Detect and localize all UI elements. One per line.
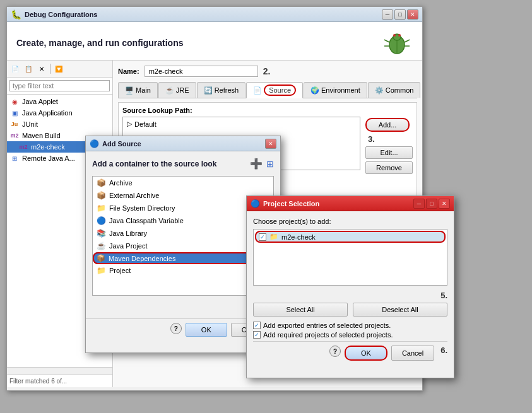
name-input[interactable] <box>145 66 258 77</box>
step-2-label: 2. <box>263 66 271 76</box>
list-item-label: Java Library <box>109 230 147 237</box>
ext-archive-icon: 📦 <box>97 191 106 200</box>
sidebar-item-label: Remote Java A... <box>22 154 75 162</box>
sidebar-item-label: Maven Build <box>22 132 61 139</box>
filter-button[interactable]: 🔽 <box>52 62 65 75</box>
add-source-header-text: Add a container to the source look <box>92 160 246 168</box>
tab-environment[interactable]: 🌍 Environment <box>304 82 367 98</box>
main-window-title: Debug Configurations <box>25 11 98 18</box>
project-minimize-button[interactable]: ─ <box>413 199 425 209</box>
required-checkbox[interactable]: ✓ <box>253 331 261 339</box>
project-list-item-m2e[interactable]: ✓ 📁 m2e-check <box>255 231 446 243</box>
sidebar-item-label: Java Application <box>22 109 73 117</box>
sidebar-item-junit[interactable]: Ju JUnit <box>7 119 112 130</box>
sidebar-item-label: Java Applet <box>22 98 58 105</box>
project-maximize-button[interactable]: □ <box>426 199 437 209</box>
tab-label: Environment <box>321 86 360 94</box>
list-item-label: Java Project <box>109 242 148 250</box>
add-source-help-button[interactable]: ? <box>170 323 182 334</box>
required-label: Add required projects of selected projec… <box>263 331 393 339</box>
bug-logo-icon <box>381 28 413 57</box>
project-ok-button[interactable]: OK <box>345 346 387 361</box>
add-source-ok-button[interactable]: OK <box>186 323 227 337</box>
header-title: Create, manage, and run configurations <box>16 38 184 48</box>
sidebar-filter-area <box>7 78 112 95</box>
required-projects-row: ✓ Add required projects of selected proj… <box>253 331 447 339</box>
list-item-label: Project <box>109 267 131 274</box>
project-bottom-buttons: ? OK Cancel 6. <box>253 341 447 361</box>
source-tab-icon: 📄 <box>253 86 262 95</box>
tab-label: Refresh <box>215 86 239 94</box>
remote-icon: ⊞ <box>9 154 20 163</box>
maximize-button[interactable]: □ <box>394 9 406 20</box>
java-application-icon: ▣ <box>9 108 20 117</box>
list-item-archive[interactable]: 📦 Archive <box>93 177 273 189</box>
svg-line-3 <box>384 40 389 42</box>
common-tab-icon: ⚙️ <box>375 86 384 95</box>
archive-icon: 📦 <box>97 178 106 187</box>
remove-source-button[interactable]: Remove <box>365 161 413 174</box>
tab-main[interactable]: 🖥️ Main <box>118 82 158 98</box>
svg-point-7 <box>393 34 396 37</box>
tab-source[interactable]: 📄 Source <box>246 82 303 98</box>
source-action-buttons: Add... 3. Edit... Remove <box>365 117 413 174</box>
tab-refresh[interactable]: 🔄 Refresh <box>197 82 246 98</box>
project-select-buttons: Select All Deselect All <box>253 303 447 317</box>
project-item-label: m2e-check <box>281 233 316 241</box>
java-applet-icon: ◉ <box>9 97 20 106</box>
project-dialog-title-bar: 🔵 Project Selection ─ □ ✕ <box>247 196 454 211</box>
classpath-icon: 🔵 <box>97 216 106 225</box>
add-source-title-bar: 🔵 Add Source ✕ <box>86 136 280 151</box>
tab-label: Common <box>386 86 414 94</box>
sidebar-scroll[interactable] <box>7 367 112 375</box>
maven-icon: m2 <box>9 131 20 140</box>
add-source-close-button[interactable]: ✕ <box>265 139 276 149</box>
svg-point-8 <box>398 34 401 37</box>
add-source-button[interactable]: Add... <box>365 118 410 132</box>
project-dialog-icon: 🔵 <box>251 199 260 208</box>
default-icon: ▷ <box>127 120 132 128</box>
tab-label: JRE <box>176 86 189 94</box>
refresh-tab-icon: 🔄 <box>204 86 213 95</box>
tab-common[interactable]: ⚙️ Common <box>368 82 421 98</box>
tab-jre[interactable]: ☕ JRE <box>158 82 196 98</box>
add-icon: ➕ <box>250 158 263 170</box>
edit-source-button[interactable]: Edit... <box>365 146 413 159</box>
project-checkbox[interactable]: ✓ <box>259 233 266 241</box>
close-button[interactable]: ✕ <box>407 9 418 20</box>
sidebar-item-label: JUnit <box>22 120 38 128</box>
filter-input[interactable] <box>9 80 110 91</box>
project-icon: 📁 <box>97 266 106 275</box>
project-dialog-title-text: Project Selection <box>263 200 319 207</box>
project-cancel-button[interactable]: Cancel <box>391 346 434 361</box>
project-selection-dialog: 🔵 Project Selection ─ □ ✕ Choose project… <box>246 195 454 378</box>
tab-label: Main <box>136 86 151 94</box>
project-list: ✓ 📁 m2e-check <box>253 229 447 286</box>
exported-label: Add exported entries of selected project… <box>263 322 391 329</box>
deselect-all-button[interactable]: Deselect All <box>353 303 447 317</box>
list-item-label: File System Directory <box>109 204 175 212</box>
step-3-label: 3. <box>368 134 413 144</box>
name-label: Name: <box>118 67 139 75</box>
project-help-button[interactable]: ? <box>329 346 341 357</box>
config-name-row: Name: 2. <box>118 66 417 77</box>
add-source-icon: 🔵 <box>90 139 99 148</box>
delete-config-button[interactable]: ✕ <box>35 62 48 75</box>
select-all-button[interactable]: Select All <box>253 303 348 317</box>
minimize-button[interactable]: ─ <box>382 9 393 20</box>
source-item-label: Default <box>134 120 157 128</box>
sidebar-item-java-application[interactable]: ▣ Java Application <box>7 107 112 119</box>
step-6-label: 6. <box>440 346 447 361</box>
junit-icon: Ju <box>9 120 20 129</box>
project-folder-icon: 📁 <box>269 233 278 241</box>
main-header: Create, manage, and run configurations <box>7 22 422 61</box>
sidebar-item-java-applet[interactable]: ◉ Java Applet <box>7 96 112 107</box>
folder-icon: 📁 <box>97 204 106 212</box>
source-label: Source Lookup Path: <box>122 107 413 114</box>
exported-checkbox[interactable]: ✓ <box>253 322 261 329</box>
sidebar-item-label: m2e-check <box>31 143 65 151</box>
filter-count: Filter matched 6 of... <box>9 378 67 385</box>
copy-config-button[interactable]: 📋 <box>22 62 35 75</box>
new-config-button[interactable]: 📄 <box>9 62 21 75</box>
project-close-button[interactable]: ✕ <box>439 199 450 209</box>
